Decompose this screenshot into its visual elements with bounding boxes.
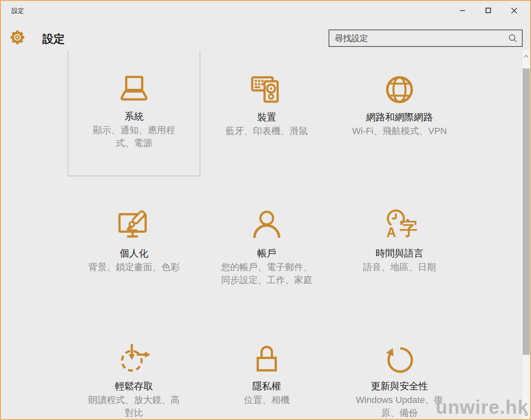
icon-character-zi: 字 (399, 218, 417, 238)
tile-title: 隱私權 (253, 379, 281, 393)
tile-subtitle: Windows Update、復 原、備份 (356, 393, 443, 419)
tile-network-internet[interactable]: 網路和網際網路 Wi-Fi、飛航模式、VPN (333, 51, 466, 176)
keyboard-speaker-icon (249, 72, 284, 107)
tile-title: 系統 (124, 110, 144, 123)
settings-window: 設定 (0, 0, 531, 420)
gear-icon (9, 29, 26, 47)
globe-icon (382, 72, 417, 107)
refresh-arrow-icon (382, 341, 417, 376)
dashed-circle-arrows-icon (117, 341, 151, 376)
maximize-button[interactable] (475, 1, 501, 20)
tile-privacy[interactable]: 隱私權 位置、相機 (200, 320, 333, 420)
tile-subtitle: 位置、相機 (244, 393, 290, 406)
laptop-icon (116, 71, 152, 106)
minimize-button[interactable] (450, 1, 475, 20)
minimize-icon (460, 7, 465, 13)
tile-system[interactable]: 系統 顯示、通知、應用程 式、電源 (68, 51, 200, 176)
tile-title: 網路和網際網路 (366, 110, 433, 124)
tile-subtitle: 藍牙、印表機、滑鼠 (226, 125, 308, 137)
close-icon (511, 7, 517, 14)
tiles-row-1: 系統 顯示、通知、應用程 式、電源 裝置 藍牙 (68, 51, 466, 176)
person-icon (249, 208, 284, 243)
tile-ease-of-access[interactable]: 輕鬆存取 朗讀程式、放大鏡、高 對比 (68, 320, 200, 420)
maximize-icon (485, 7, 491, 13)
monitor-brush-icon (117, 208, 151, 243)
tile-title: 個人化 (120, 247, 149, 260)
window-controls (450, 1, 527, 20)
scrollbar-thumb[interactable] (523, 68, 530, 355)
tile-subtitle: 顯示、通知、應用程 式、電源 (93, 124, 175, 149)
tile-title: 輕鬆存取 (115, 379, 153, 393)
clock-language-icon: A 字 (382, 208, 417, 243)
tile-subtitle: 您的帳戶、電子郵件、 同步設定、工作、家庭 (221, 261, 312, 286)
tile-devices[interactable]: 裝置 藍牙、印表機、滑鼠 (200, 51, 333, 176)
tile-update-security[interactable]: 更新與安全性 Windows Update、復 原、備份 (333, 320, 466, 420)
titlebar[interactable]: 設定 (1, 1, 530, 22)
tile-subtitle: Wi-Fi、飛航模式、VPN (352, 125, 447, 137)
tile-subtitle: 語音、地區、日期 (363, 261, 436, 273)
window-title: 設定 (12, 7, 24, 15)
tile-time-language[interactable]: A 字 時間與語言 語音、地區、日期 (333, 187, 466, 310)
tile-accounts[interactable]: 帳戶 您的帳戶、電子郵件、 同步設定、工作、家庭 (200, 187, 333, 310)
tile-personalization[interactable]: 個人化 背景、鎖定畫面、色彩 (68, 187, 200, 310)
tile-title: 更新與安全性 (371, 379, 428, 393)
tiles-row-3: 輕鬆存取 朗讀程式、放大鏡、高 對比 隱私權 位置、相機 更新與安全性 Wind (68, 320, 466, 420)
scrollbar[interactable] (523, 50, 530, 420)
close-button[interactable] (501, 1, 527, 20)
tile-subtitle: 朗讀程式、放大鏡、高 對比 (88, 393, 180, 419)
magnifier-icon[interactable] (508, 34, 517, 43)
lock-icon (250, 341, 283, 376)
chevron-down-icon[interactable] (523, 411, 530, 418)
tile-title: 帳戶 (257, 247, 276, 260)
icon-letter-a: A (387, 225, 396, 240)
search-box[interactable] (329, 29, 523, 47)
page-title: 設定 (42, 32, 65, 46)
tile-title: 時間與語言 (376, 247, 424, 260)
tile-title: 裝置 (257, 110, 276, 124)
search-input[interactable] (329, 34, 508, 43)
chevron-up-icon[interactable] (523, 52, 530, 60)
tiles-row-2: 個人化 背景、鎖定畫面、色彩 帳戶 您的帳戶、電子郵件、 同步設定、工作、家庭 … (68, 187, 466, 310)
tile-subtitle: 背景、鎖定畫面、色彩 (88, 261, 180, 273)
